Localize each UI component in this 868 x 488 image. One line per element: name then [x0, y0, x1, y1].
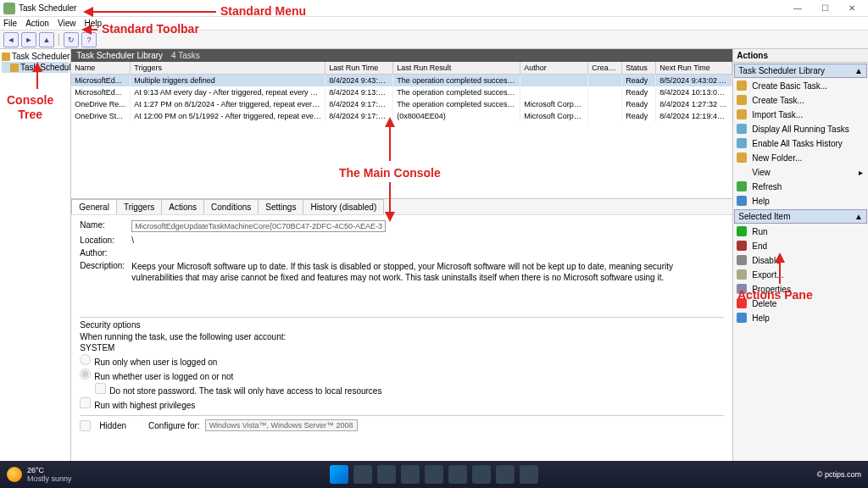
close-button[interactable]: ✕ — [839, 2, 865, 15]
up-button[interactable]: ▲ — [39, 32, 54, 47]
folder-icon — [737, 152, 747, 163]
action-end[interactable]: End — [733, 239, 868, 253]
weather-widget[interactable]: 26°CMostly sunny — [7, 466, 72, 483]
refresh-icon — [737, 181, 747, 191]
back-button[interactable]: ◄ — [3, 32, 19, 47]
hidden-check[interactable] — [80, 420, 91, 431]
grid-header[interactable]: NameTriggersLast Run TimeLast Run Result… — [71, 62, 732, 75]
watermark: © pctips.com — [817, 470, 861, 479]
tab-conditions[interactable]: Conditions — [203, 199, 259, 214]
help-icon — [737, 313, 747, 323]
detail-tabs: General Triggers Actions Conditions Sett… — [71, 198, 732, 214]
tree-library[interactable]: Task Scheduler Library — [2, 62, 69, 73]
action-refresh[interactable]: Refresh — [733, 180, 868, 194]
run-whether-radio[interactable] — [80, 369, 91, 380]
refresh-icon[interactable]: ↻ — [64, 32, 79, 47]
play-icon — [737, 226, 747, 236]
task-author — [131, 248, 724, 258]
action-import[interactable]: Import Task... — [733, 108, 868, 122]
task-grid: NameTriggersLast Run TimeLast Run Result… — [71, 62, 732, 122]
menu-action[interactable]: Action — [25, 19, 49, 28]
menu-help[interactable]: Help — [84, 19, 102, 28]
folder-icon — [10, 64, 19, 72]
action-delete[interactable]: Delete — [733, 297, 868, 311]
disable-icon — [737, 255, 747, 265]
task-location: \ — [131, 236, 724, 245]
main-console: Task Scheduler Library4 Tasks NameTrigge… — [71, 49, 733, 461]
windows-taskbar[interactable]: 26°CMostly sunny © pctips.com — [0, 461, 868, 488]
toolbar: ◄ ► ▲ ↻ ? — [0, 30, 868, 49]
action-run[interactable]: Run — [733, 225, 868, 239]
configure-for-select[interactable]: Windows Vista™, Windows Server™ 2008 — [205, 419, 358, 431]
action-enable-history[interactable]: Enable All Tasks History — [733, 136, 868, 151]
minimize-button[interactable]: — — [785, 2, 810, 15]
app-icon[interactable] — [472, 465, 491, 484]
export-icon — [737, 269, 747, 280]
properties-icon — [737, 284, 747, 294]
table-row[interactable]: OneDrive Re...At 1:27 PM on 8/1/2024 - A… — [71, 98, 732, 110]
main-header: Task Scheduler Library4 Tasks — [71, 49, 732, 62]
action-help[interactable]: Help — [733, 311, 868, 325]
task-name-field[interactable] — [131, 220, 386, 232]
console-tree: Task Scheduler (Local) Task Scheduler Li… — [0, 49, 71, 461]
no-password-check[interactable] — [95, 383, 106, 394]
stop-icon — [737, 241, 747, 251]
computer-icon — [2, 53, 10, 61]
run-logged-on-radio[interactable] — [80, 354, 91, 365]
user-account: SYSTEM — [80, 343, 724, 352]
task-description: Keeps your Microsoft software up to date… — [131, 261, 724, 283]
import-icon — [737, 109, 747, 119]
action-export[interactable]: Export... — [733, 268, 868, 282]
app-icon — [3, 3, 15, 14]
history-icon — [737, 138, 747, 148]
action-help[interactable]: Help — [733, 194, 868, 208]
action-view[interactable]: View▸ — [733, 165, 868, 180]
edge-icon[interactable] — [425, 465, 443, 484]
menu-file[interactable]: File — [3, 19, 17, 28]
app-icon[interactable] — [496, 465, 515, 484]
start-button[interactable] — [330, 465, 348, 484]
tab-triggers[interactable]: Triggers — [116, 199, 162, 214]
window-titlebar: Task Scheduler — ☐ ✕ — [0, 0, 868, 17]
tree-root[interactable]: Task Scheduler (Local) — [2, 51, 69, 62]
task-icon — [737, 95, 747, 105]
table-row[interactable]: MicrosoftEd...At 9:13 AM every day - Aft… — [71, 86, 732, 98]
detail-panel: Name: Location:\ Author: Description:Kee… — [71, 214, 732, 461]
action-create-basic[interactable]: Create Basic Task... — [733, 79, 868, 93]
search-icon[interactable] — [353, 465, 372, 484]
actions-section-selected: Selected Item▲ — [734, 209, 867, 224]
action-create-task[interactable]: Create Task... — [733, 93, 868, 108]
explorer-icon[interactable] — [401, 465, 420, 484]
maximize-button[interactable]: ☐ — [812, 2, 837, 15]
app-icon[interactable] — [520, 465, 538, 484]
action-properties[interactable]: Properties — [733, 282, 868, 297]
menu-view[interactable]: View — [58, 19, 76, 28]
display-icon — [737, 124, 747, 134]
tab-history[interactable]: History (disabled) — [303, 199, 384, 214]
delete-icon — [737, 298, 747, 308]
app-icon[interactable] — [448, 465, 467, 484]
menu-bar: File Action View Help — [0, 17, 868, 30]
tab-actions[interactable]: Actions — [161, 199, 204, 214]
table-row[interactable]: MicrosoftEd...Multiple triggers defined8… — [71, 75, 732, 86]
taskview-icon[interactable] — [377, 465, 396, 484]
tab-general[interactable]: General — [71, 199, 117, 214]
action-display-running[interactable]: Display All Running Tasks — [733, 122, 868, 136]
task-icon — [737, 80, 747, 91]
window-title: Task Scheduler — [19, 3, 785, 13]
forward-button[interactable]: ► — [21, 32, 36, 47]
sun-icon — [7, 467, 22, 482]
actions-section-library: Task Scheduler Library▲ — [734, 64, 867, 78]
security-options: Security options When running the task, … — [80, 317, 724, 431]
action-disable[interactable]: Disable — [733, 253, 868, 268]
help-icon — [737, 196, 747, 206]
table-row[interactable]: OneDrive St...At 12:00 PM on 5/1/1992 - … — [71, 110, 732, 122]
tab-settings[interactable]: Settings — [258, 199, 303, 214]
help-icon[interactable]: ? — [81, 32, 97, 47]
action-new-folder[interactable]: New Folder... — [733, 151, 868, 165]
highest-priv-check[interactable] — [80, 397, 91, 408]
actions-pane: Actions Task Scheduler Library▲ Create B… — [733, 49, 868, 461]
